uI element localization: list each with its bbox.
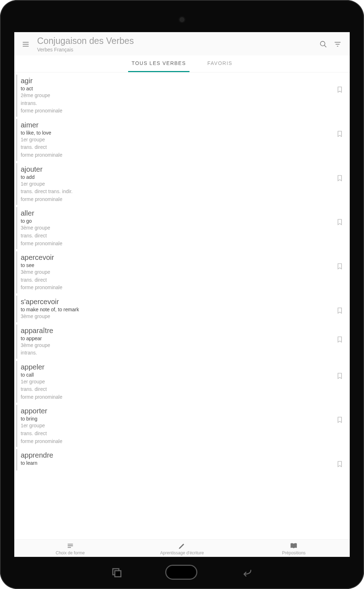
verb-meta: 3ème groupe	[21, 313, 335, 320]
bottom-label: Prépositions	[282, 550, 305, 555]
tab-bar: TOUS LES VERBES FAVORIS	[14, 55, 350, 72]
verb-meta: forme pronominale	[21, 240, 335, 247]
bottom-item-apprentissage[interactable]: Aprentissage d'écriture	[126, 542, 238, 555]
verb-row[interactable]: s'apercevoirto make note of, to remark3è…	[16, 296, 350, 322]
verb-row[interactable]: aimerto like, to love1er groupetrans. di…	[16, 119, 350, 161]
verb-row-body: apporterto bring1er groupetrans. directf…	[21, 407, 335, 445]
home-button[interactable]	[165, 565, 197, 580]
verb-word: s'apercevoir	[21, 298, 335, 306]
verb-row[interactable]: ajouterto add1er groupetrans. direct tra…	[16, 163, 350, 205]
verb-meta: intrans.	[21, 100, 335, 107]
verb-meta: trans. direct	[21, 386, 335, 393]
filter-icon	[334, 40, 342, 48]
bottom-item-choix[interactable]: Choix de forme	[14, 542, 126, 555]
bookmark-icon	[336, 460, 343, 468]
bookmark-icon	[336, 85, 343, 94]
verb-word: agir	[21, 77, 335, 85]
verb-meta: 3ème groupe	[21, 225, 335, 232]
bottom-label: Choix de forme	[56, 550, 85, 555]
verb-row-body: agirto act2ème groupeintrans.forme prono…	[21, 77, 335, 115]
bookmark-button[interactable]	[335, 253, 345, 271]
verb-meta: trans. direct trans. indir.	[21, 188, 335, 195]
verb-meta: 1er groupe	[21, 136, 335, 144]
verb-meta: forme pronominale	[21, 107, 335, 115]
verb-meta: 3ème groupe	[21, 269, 335, 276]
verb-row[interactable]: apporterto bring1er groupetrans. directf…	[16, 405, 350, 447]
verb-row[interactable]: agirto act2ème groupeintrans.forme prono…	[16, 75, 350, 117]
search-button[interactable]	[316, 40, 330, 48]
verb-translation: to call	[21, 372, 335, 378]
search-icon	[319, 40, 327, 48]
bookmark-button[interactable]	[335, 209, 345, 226]
verb-row-body: appelerto call1er groupetrans. directfor…	[21, 363, 335, 401]
app-subtitle: Verbes Français	[37, 47, 316, 52]
verb-row-body: apprendreto learn	[21, 451, 335, 466]
verb-word: apprendre	[21, 451, 335, 459]
verb-meta: intrans.	[21, 349, 335, 357]
recent-apps-icon[interactable]	[110, 566, 122, 578]
menu-button[interactable]	[19, 40, 32, 48]
svg-rect-2	[115, 571, 121, 577]
verb-translation: to go	[21, 218, 335, 224]
verb-meta: trans. direct	[21, 232, 335, 240]
bookmark-icon	[336, 130, 343, 138]
verb-meta: forme pronominale	[21, 152, 335, 159]
verb-row-body: ajouterto add1er groupetrans. direct tra…	[21, 165, 335, 203]
verb-meta: 2ème groupe	[21, 92, 335, 99]
appbar-titles: Conjugaison des Verbes Verbes Français	[32, 36, 316, 52]
bookmark-icon	[336, 306, 343, 315]
verb-row-body: s'apercevoirto make note of, to remark3è…	[21, 298, 335, 320]
bookmark-button[interactable]	[335, 77, 345, 94]
verb-meta: trans. direct	[21, 277, 335, 284]
hardware-buttons	[0, 565, 364, 580]
verb-row[interactable]: allerto go3ème groupetrans. directforme …	[16, 207, 350, 249]
verb-word: aller	[21, 209, 335, 217]
tab-favorites[interactable]: FAVORIS	[204, 55, 236, 72]
verb-word: appeler	[21, 363, 335, 371]
verb-row-body: allerto go3ème groupetrans. directforme …	[21, 209, 335, 247]
verb-row[interactable]: appelerto call1er groupetrans. directfor…	[16, 361, 350, 403]
back-icon[interactable]	[240, 566, 254, 578]
bookmark-icon	[336, 262, 343, 271]
tablet-frame: Conjugaison des Verbes Verbes Français T…	[0, 0, 364, 589]
app-title: Conjugaison des Verbes	[37, 36, 316, 46]
bookmark-button[interactable]	[335, 451, 345, 468]
bookmark-button[interactable]	[335, 298, 345, 315]
bookmark-icon	[336, 335, 343, 344]
verb-row[interactable]: apercevoirto see3ème groupetrans. direct…	[16, 251, 350, 293]
svg-point-0	[320, 41, 325, 46]
verb-meta: forme pronominale	[21, 196, 335, 203]
device-camera	[180, 17, 184, 22]
verb-translation: to act	[21, 86, 335, 91]
verb-meta: trans. direct	[21, 430, 335, 437]
verb-translation: to see	[21, 262, 335, 268]
verb-row[interactable]: apprendreto learn	[16, 449, 350, 470]
verb-word: ajouter	[21, 165, 335, 173]
bookmark-icon	[336, 372, 343, 380]
verb-word: apporter	[21, 407, 335, 415]
bottom-item-prepositions[interactable]: Prépositions	[238, 542, 350, 555]
filter-button[interactable]	[330, 40, 345, 48]
book-icon	[290, 542, 298, 550]
tab-all-verbs[interactable]: TOUS LES VERBES	[128, 55, 189, 72]
verb-meta: 1er groupe	[21, 422, 335, 429]
verb-translation: to learn	[21, 460, 335, 466]
verb-row-body: aimerto like, to love1er groupetrans. di…	[21, 121, 335, 159]
verb-meta: 1er groupe	[21, 378, 335, 386]
verb-meta: trans. direct	[21, 144, 335, 151]
verb-row-body: apparaîtreto appear3ème groupeintrans.	[21, 327, 335, 357]
verb-row[interactable]: apparaîtreto appear3ème groupeintrans.	[16, 324, 350, 359]
verb-word: apparaître	[21, 327, 335, 335]
bookmark-button[interactable]	[335, 165, 345, 182]
bookmark-button[interactable]	[335, 363, 345, 380]
bottom-nav: Choix de forme Aprentissage d'écriture P…	[14, 539, 350, 557]
verb-list[interactable]: agirto act2ème groupeintrans.forme prono…	[14, 72, 350, 539]
verb-row-body: apercevoirto see3ème groupetrans. direct…	[21, 253, 335, 291]
verb-translation: to appear	[21, 336, 335, 341]
verb-word: apercevoir	[21, 253, 335, 262]
bookmark-button[interactable]	[335, 121, 345, 138]
bookmark-icon	[336, 174, 343, 182]
bookmark-button[interactable]	[335, 327, 345, 344]
list-icon	[66, 542, 74, 550]
bookmark-button[interactable]	[335, 407, 345, 424]
